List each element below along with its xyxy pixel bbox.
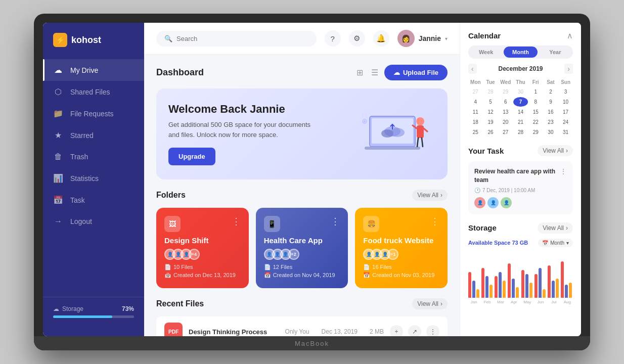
calendar-day[interactable]: 8 <box>528 97 543 107</box>
folder-menu-button[interactable]: ⋮ <box>232 216 241 227</box>
main-content: 🔍 ? ⚙ 🔔 👩 Jannie ▾ Dashboard <box>144 23 460 336</box>
avatar: 👩 <box>397 30 415 47</box>
svg-rect-6 <box>365 147 420 150</box>
folder-avatars: 👤 👤 👤 +4 <box>164 249 241 260</box>
sidebar-label-task: Task <box>70 196 85 204</box>
storage-period-selector[interactable]: 📅 Month ▾ <box>538 239 573 247</box>
chart-x-label: Apr <box>508 300 519 304</box>
calendar-day[interactable]: 19 <box>483 117 498 127</box>
search-box[interactable]: 🔍 <box>156 31 317 47</box>
logo-icon: ⚡ <box>53 33 67 47</box>
sidebar-item-trash[interactable]: 🗑 Trash <box>43 146 144 167</box>
calendar-tab-week[interactable]: Week <box>469 47 503 58</box>
list-view-button[interactable]: ☰ <box>369 66 380 79</box>
calendar-day[interactable]: 10 <box>558 97 573 107</box>
nav-menu: ☁ My Drive ⬡ Shared Files 📁 File Request… <box>43 59 144 297</box>
sidebar-item-logout[interactable]: → Logout <box>43 211 144 232</box>
calendar-day[interactable]: 27 <box>468 87 483 97</box>
grid-view-button[interactable]: ⊞ <box>354 66 365 79</box>
calendar-day[interactable]: 14 <box>513 107 528 117</box>
recent-files-view-all[interactable]: View All › <box>412 298 448 309</box>
calendar-day[interactable]: 6 <box>498 97 513 107</box>
search-input[interactable] <box>176 35 308 42</box>
calendar-day[interactable]: 23 <box>544 117 558 127</box>
sidebar-item-statistics[interactable]: 📊 Statistics <box>43 167 144 189</box>
task-card[interactable]: Review health care app with team ⋮ 🕐 7 D… <box>468 161 573 214</box>
folder-card-health-care[interactable]: 📱 ⋮ Health Care App 👤 👤 👤 +2 <box>256 208 348 288</box>
page-title: Dashboard <box>156 67 204 78</box>
folder-menu-button-2[interactable]: ⋮ <box>331 216 340 227</box>
folders-title: Folders <box>156 191 186 200</box>
chart-bar <box>539 268 542 298</box>
settings-button[interactable]: ⚙ <box>349 30 365 47</box>
calendar-day[interactable]: 31 <box>558 127 573 137</box>
calendar-day[interactable]: 5 <box>483 97 498 107</box>
calendar-day[interactable]: 1 <box>528 87 543 97</box>
calendar-day[interactable]: 12 <box>483 107 498 117</box>
storage-view-all[interactable]: View All › <box>538 222 573 234</box>
sidebar-item-task[interactable]: 📅 Task <box>43 189 144 211</box>
calendar-day[interactable]: 26 <box>483 127 498 137</box>
file-meta-0: Only You Dec 13, 2019 2 MB <box>285 328 384 335</box>
help-button[interactable]: ? <box>325 30 341 47</box>
calendar-day[interactable]: 9 <box>544 97 558 107</box>
calendar-tab-year[interactable]: Year <box>539 47 572 58</box>
sidebar-item-starred[interactable]: ★ Starred <box>43 124 144 146</box>
sidebar-item-file-requests[interactable]: 📁 File Requests <box>43 103 144 124</box>
calendar-next-button[interactable]: › <box>564 64 573 74</box>
file-row-0[interactable]: PDF Design Thinking Process Only You Dec… <box>156 316 448 336</box>
sidebar-item-my-drive[interactable]: ☁ My Drive <box>43 59 144 81</box>
folder-icon-2: 📱 <box>264 216 280 232</box>
calendar-day-header: Sun <box>558 78 573 86</box>
calendar-day[interactable]: 21 <box>513 117 528 127</box>
folder-card-food-truck[interactable]: 🍔 ⋮ Food truck Website 👤 👤 👤 +1 <box>355 208 448 288</box>
add-file-button-0[interactable]: + <box>390 325 403 336</box>
notifications-button[interactable]: 🔔 <box>373 30 389 47</box>
upgrade-button[interactable]: Upgrade <box>168 148 215 165</box>
folders-view-all[interactable]: View All › <box>412 190 448 201</box>
calendar-day[interactable]: 15 <box>528 107 543 117</box>
calendar-day[interactable]: 2 <box>544 87 558 97</box>
calendar-day[interactable]: 30 <box>513 87 528 97</box>
calendar-day[interactable]: 18 <box>468 117 483 127</box>
folder-card-design-shift[interactable]: 🖼 ⋮ Design Shift 👤 👤 👤 +4 <box>156 208 249 288</box>
sidebar: ⚡ kohost ☁ My Drive ⬡ Shared Files 📁 Fil… <box>43 23 144 336</box>
calendar-day[interactable]: 4 <box>468 97 483 107</box>
calendar-day[interactable]: 13 <box>498 107 513 117</box>
upload-file-button[interactable]: ☁ Upload File <box>384 65 448 80</box>
calendar-day[interactable]: 16 <box>544 107 558 117</box>
calendar-day[interactable]: 22 <box>528 117 543 127</box>
calendar-day[interactable]: 30 <box>544 127 558 137</box>
task-menu-button[interactable]: ⋮ <box>560 167 567 175</box>
calendar-day[interactable]: 28 <box>483 87 498 97</box>
calendar-day[interactable]: 7 <box>513 97 528 107</box>
chart-x-label: Jan <box>468 300 479 304</box>
chart-bar <box>561 261 564 298</box>
calendar-collapse-button[interactable]: ∧ <box>567 31 573 40</box>
folder-menu-button-3[interactable]: ⋮ <box>430 216 439 227</box>
calendar-day[interactable]: 29 <box>528 127 543 137</box>
calendar-prev-button[interactable]: ‹ <box>468 64 477 74</box>
calendar-day[interactable]: 25 <box>468 127 483 137</box>
svg-point-14 <box>364 120 366 122</box>
user-profile-button[interactable]: 👩 Jannie ▾ <box>397 30 448 47</box>
chart-x-label: Feb <box>481 300 493 304</box>
calendar-day[interactable]: 28 <box>513 127 528 137</box>
calendar-day[interactable]: 20 <box>498 117 513 127</box>
calendar-day[interactable]: 29 <box>498 87 513 97</box>
calendar-day[interactable]: 11 <box>468 107 483 117</box>
calendar-day[interactable]: 3 <box>558 87 573 97</box>
logo-area: ⚡ kohost <box>43 33 144 59</box>
task-view-all[interactable]: View All › <box>538 145 573 156</box>
folder-meta-2: 📄12 Files 📅Created on Nov 04, 2019 <box>264 264 340 279</box>
share-file-button-0[interactable]: ↗ <box>408 325 421 336</box>
file-date-0: Dec 13, 2019 <box>322 328 358 335</box>
chart-bar <box>569 283 572 298</box>
sidebar-item-shared-files[interactable]: ⬡ Shared Files <box>43 81 144 103</box>
calendar-tab-month[interactable]: Month <box>504 47 537 58</box>
calendar-day[interactable]: 17 <box>558 107 573 117</box>
more-file-button-0[interactable]: ⋮ <box>426 325 439 336</box>
calendar-day[interactable]: 24 <box>558 117 573 127</box>
calendar-day[interactable]: 27 <box>498 127 513 137</box>
calendar-day-header: Sat <box>544 78 558 86</box>
